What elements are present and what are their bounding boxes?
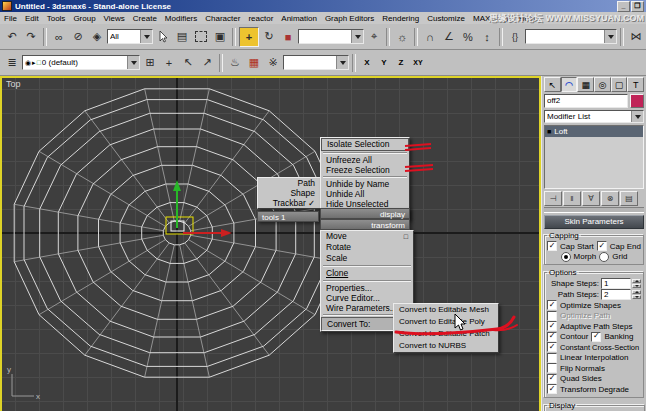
rectangular-selection-region-button[interactable] [192, 28, 210, 46]
menu-rendering[interactable]: Rendering [378, 14, 423, 23]
tab-modify[interactable]: ◠ [561, 77, 578, 92]
select-and-rotate-button[interactable]: ↻ [260, 28, 278, 46]
layer-manager-button[interactable]: ≣ [3, 54, 21, 72]
menu-character[interactable]: Character [201, 14, 244, 23]
pin-stack-button[interactable]: ⊣ [544, 191, 562, 206]
path-steps-input[interactable]: 2 [601, 289, 631, 300]
angle-snap-button[interactable]: ∠ [440, 28, 458, 46]
mirror-button[interactable]: ⋈ [627, 28, 645, 46]
skin-parameters-rollout[interactable]: Skin Parameters [544, 215, 644, 229]
percent-snap-button[interactable]: % [459, 28, 477, 46]
adaptive-path-steps-checkbox[interactable] [547, 321, 557, 331]
menu-edit[interactable]: Edit [21, 14, 43, 23]
tab-hierarchy[interactable]: ▦ [577, 77, 594, 92]
transform-degrade-checkbox[interactable] [547, 384, 557, 394]
submenu-item-editable-patch[interactable]: Convert to Editable Patch [394, 328, 498, 340]
restrict-x-button[interactable]: X [359, 55, 375, 70]
menu-reactor[interactable]: reactor [244, 14, 277, 23]
quad-item-clone[interactable]: Clone [321, 268, 413, 279]
quad-item-move[interactable]: Move □ [321, 231, 413, 242]
add-selection-to-layer-button[interactable]: + [160, 54, 178, 72]
restrict-y-button[interactable]: Y [376, 55, 392, 70]
render-shortcuts-button[interactable]: ♨ [226, 54, 244, 72]
menu-create[interactable]: Create [129, 14, 161, 23]
banking-checkbox[interactable] [591, 332, 601, 342]
submenu-item-nurbs[interactable]: Convert to NURBS [394, 340, 498, 352]
dropdown-arrow-icon[interactable] [140, 30, 152, 43]
quad-sides-checkbox[interactable] [547, 374, 557, 384]
select-and-link-button[interactable]: ∞ [50, 28, 68, 46]
menu-group[interactable]: Group [69, 14, 99, 23]
dropdown-arrow-icon[interactable] [127, 56, 139, 69]
select-and-manipulate-button[interactable]: ☼ [393, 28, 411, 46]
quad-item-properties[interactable]: Properties... [321, 283, 413, 293]
quad-item-freeze-selection[interactable]: Freeze Selection [321, 165, 409, 175]
set-current-layer-button[interactable]: ↗ [198, 54, 216, 72]
select-objects-in-layer-button[interactable]: ↖ [179, 54, 197, 72]
shape-steps-spinner[interactable] [632, 279, 641, 288]
undo-button[interactable]: ↶ [3, 28, 21, 46]
quad-item-isolate-selection[interactable]: Isolate Selection [321, 138, 409, 151]
dropdown-arrow-icon[interactable] [631, 111, 643, 122]
quad-item-trackbar[interactable]: Trackbar ✓ [258, 198, 320, 208]
quad-item-unfreeze-all[interactable]: Unfreeze All [321, 155, 409, 165]
create-new-layer-button[interactable]: ⊞ [141, 54, 159, 72]
title-bar[interactable]: Untitled - 3dsmax6 - Stand-alone License… [0, 0, 646, 12]
settings-box-icon[interactable]: □ [404, 231, 408, 242]
select-and-move-button[interactable]: + [239, 27, 259, 47]
unlink-selection-button[interactable]: ⊘ [69, 28, 87, 46]
show-end-result-button[interactable]: ‖ [563, 191, 581, 206]
snap-toggle-3d-button[interactable]: ∩ [421, 28, 439, 46]
menu-modifiers[interactable]: Modifiers [161, 14, 201, 23]
top-viewport[interactable]: Top x y [0, 76, 541, 411]
make-unique-button[interactable]: ∀ [582, 191, 600, 206]
quad-item-curve-editor[interactable]: Curve Editor... [321, 293, 413, 303]
quad-item-unhide-by-name[interactable]: Unhide by Name [321, 179, 409, 189]
quad-item-scale[interactable]: Scale [321, 253, 413, 264]
shape-steps-input[interactable]: 1 [601, 278, 631, 289]
named-selection-dropdown[interactable] [525, 29, 617, 44]
morph-radio[interactable] [561, 252, 571, 262]
select-object-button[interactable] [154, 28, 172, 46]
contour-checkbox[interactable] [547, 332, 557, 342]
reference-coordinate-dropdown[interactable] [298, 29, 364, 44]
stack-item-loft[interactable]: ■ Loft [545, 126, 643, 137]
optimize-shapes-checkbox[interactable] [547, 300, 557, 310]
selection-filter-dropdown[interactable]: All [107, 29, 153, 44]
remove-modifier-button[interactable]: ⊗ [601, 191, 619, 206]
select-by-name-button[interactable]: ▤ [173, 28, 191, 46]
layer-dropdown[interactable]: ◉ ▸ □ 0 (default) [22, 55, 140, 70]
dropdown-arrow-icon[interactable] [336, 56, 348, 69]
maximize-button[interactable]: ❐ [631, 1, 644, 12]
tab-create[interactable]: ↖ [544, 77, 561, 92]
path-steps-spinner[interactable] [632, 290, 641, 299]
window-crossing-toggle[interactable]: ▣ [211, 28, 229, 46]
flip-normals-checkbox[interactable] [547, 363, 557, 373]
minimize-button[interactable]: _ [617, 1, 630, 12]
restrict-z-button[interactable]: Z [393, 55, 409, 70]
spinner-snap-button[interactable]: ↕ [478, 28, 496, 46]
render-options-button[interactable]: ※ [264, 54, 282, 72]
submenu-item-editable-poly[interactable]: Convert to Editable Poly [394, 316, 498, 328]
tab-utilities[interactable]: T [627, 77, 644, 92]
redo-button[interactable]: ↷ [22, 28, 40, 46]
cap-end-checkbox[interactable] [597, 241, 607, 251]
quad-item-shape[interactable]: Shape [258, 188, 320, 198]
quad-item-path[interactable]: Path [258, 178, 320, 188]
dropdown-arrow-icon[interactable] [351, 30, 363, 43]
cap-start-checkbox[interactable] [547, 241, 557, 251]
constant-cross-section-checkbox[interactable] [547, 342, 557, 352]
bind-to-spacewarp-button[interactable]: ◈ [88, 28, 106, 46]
menu-graph-editors[interactable]: Graph Editors [321, 14, 378, 23]
modifier-list-dropdown[interactable]: Modifier List [544, 110, 644, 123]
configure-modifier-sets-button[interactable]: ▤ [620, 191, 638, 206]
submenu-item-editable-mesh[interactable]: Convert to Editable Mesh [394, 304, 498, 316]
menu-views[interactable]: Views [100, 14, 129, 23]
menu-customize[interactable]: Customize [423, 14, 469, 23]
render-scene-button[interactable]: ▦ [245, 54, 263, 72]
menu-tools[interactable]: Tools [43, 14, 70, 23]
tab-display[interactable]: ▢ [611, 77, 628, 92]
quad-item-unhide-all[interactable]: Unhide All [321, 189, 409, 199]
menu-file[interactable]: File [0, 14, 21, 23]
select-and-scale-button[interactable]: ■ [279, 28, 297, 46]
